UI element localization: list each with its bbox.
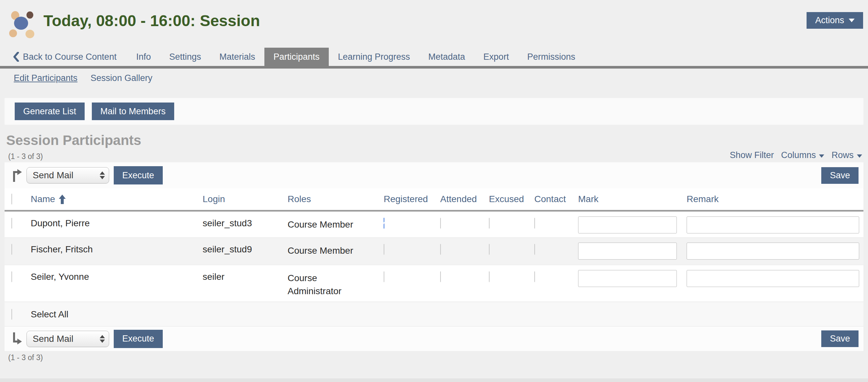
- chevron-left-icon: [13, 52, 19, 62]
- participant-login: seiler_stud9: [203, 244, 287, 255]
- select-all-header-checkbox[interactable]: [11, 194, 12, 204]
- tab-label: Participants: [274, 52, 320, 62]
- sort-ascending-arrow-up-icon[interactable]: [59, 195, 66, 204]
- back-to-course-content-link[interactable]: Back to Course Content: [13, 48, 117, 66]
- column-header-name[interactable]: Name: [31, 194, 55, 204]
- tab-label: Settings: [169, 52, 201, 62]
- mail-to-members-button[interactable]: Mail to Members: [92, 103, 174, 120]
- tab-label: Metadata: [429, 52, 465, 62]
- excused-checkbox[interactable]: [489, 271, 490, 282]
- participant-login: seiler_stud3: [203, 218, 287, 229]
- up-down-stepper-icon: [100, 335, 105, 343]
- subtab-edit-participants[interactable]: Edit Participants: [14, 73, 78, 83]
- arrow-up-right-icon: [11, 168, 23, 182]
- tab-bar: Back to Course Content Info Settings Mat…: [0, 48, 868, 69]
- logo-dot: [9, 29, 17, 37]
- tab-label: Permissions: [527, 52, 575, 62]
- session-logo-icon: [9, 11, 35, 37]
- row-select-checkbox[interactable]: [11, 271, 12, 282]
- row-select-checkbox[interactable]: [11, 244, 12, 255]
- execute-button-top[interactable]: Execute: [114, 166, 163, 184]
- rows-dropdown[interactable]: Rows: [831, 150, 862, 160]
- mark-input[interactable]: [578, 243, 677, 259]
- arrow-down-right-icon: [11, 332, 23, 346]
- column-header-excused[interactable]: Excused: [489, 194, 524, 204]
- attended-checkbox[interactable]: [440, 271, 441, 282]
- select-all-checkbox[interactable]: [11, 309, 12, 320]
- participant-name: Fischer, Fritsch: [31, 244, 203, 255]
- remark-input[interactable]: [687, 216, 859, 234]
- up-down-stepper-icon: [100, 171, 105, 179]
- column-header-contact[interactable]: Contact: [534, 194, 566, 204]
- column-header-registered[interactable]: Registered: [384, 194, 428, 204]
- registered-checkbox[interactable]: [384, 244, 384, 255]
- execute-button-bottom[interactable]: Execute: [114, 330, 163, 348]
- excused-checkbox[interactable]: [489, 218, 490, 229]
- column-header-login[interactable]: Login: [203, 194, 225, 204]
- tab-metadata[interactable]: Metadata: [419, 48, 474, 66]
- viewport-bottom-edge: [0, 378, 868, 382]
- column-header-roles[interactable]: Roles: [287, 194, 311, 204]
- contact-checkbox[interactable]: [534, 218, 535, 229]
- save-button-bottom[interactable]: Save: [821, 331, 859, 347]
- participant-roles: Course Administrator: [287, 272, 384, 298]
- bulk-action-select-top[interactable]: Send Mail: [27, 167, 109, 183]
- tab-settings[interactable]: Settings: [160, 48, 211, 66]
- logo-dot: [26, 30, 34, 38]
- generate-list-button[interactable]: Generate List: [15, 103, 85, 120]
- save-button-top[interactable]: Save: [821, 167, 859, 184]
- back-link-label: Back to Course Content: [23, 52, 117, 62]
- bulk-action-selected-option: Send Mail: [33, 334, 100, 344]
- caret-down-icon: [819, 154, 824, 158]
- subtab-session-gallery[interactable]: Session Gallery: [91, 73, 152, 83]
- select-all-row: Select All: [5, 302, 863, 326]
- registered-checkbox[interactable]: [384, 218, 384, 229]
- remark-input[interactable]: [687, 243, 859, 259]
- row-select-checkbox[interactable]: [11, 218, 12, 229]
- rows-label: Rows: [831, 150, 854, 160]
- tab-materials[interactable]: Materials: [210, 48, 265, 66]
- registered-checkbox[interactable]: [384, 271, 384, 282]
- logo-dot: [27, 11, 33, 19]
- bulk-action-selected-option: Send Mail: [33, 170, 100, 180]
- attended-checkbox[interactable]: [440, 244, 441, 255]
- sub-tab-bar: Edit Participants Session Gallery: [14, 73, 152, 83]
- result-range-top: (1 - 3 of 3): [8, 152, 43, 161]
- select-all-label: Select All: [31, 309, 203, 320]
- section-title: Session Participants: [6, 133, 141, 148]
- result-range-bottom: (1 - 3 of 3): [8, 353, 43, 362]
- tab-info[interactable]: Info: [127, 48, 160, 66]
- participant-name: Dupont, Pierre: [31, 218, 203, 229]
- attended-checkbox[interactable]: [440, 218, 441, 229]
- table-row: Fischer, Fritsch seiler_stud9 Course Mem…: [5, 237, 863, 265]
- tab-export[interactable]: Export: [474, 48, 518, 66]
- mark-input[interactable]: [578, 270, 677, 287]
- participant-login: seiler: [203, 272, 287, 282]
- show-filter-link[interactable]: Show Filter: [730, 150, 774, 160]
- column-header-remark[interactable]: Remark: [687, 194, 719, 204]
- excused-checkbox[interactable]: [489, 244, 490, 255]
- tab-permissions[interactable]: Permissions: [518, 48, 584, 66]
- columns-dropdown[interactable]: Columns: [781, 150, 825, 160]
- bulk-action-toolbar-top: Send Mail Execute Save: [5, 162, 863, 188]
- column-header-mark[interactable]: Mark: [578, 194, 598, 204]
- tab-participants[interactable]: Participants: [265, 48, 329, 66]
- participant-roles: Course Member: [287, 218, 384, 231]
- tab-learning-progress[interactable]: Learning Progress: [329, 48, 419, 66]
- remark-input[interactable]: [687, 270, 859, 287]
- page-toolbar: Generate List Mail to Members: [5, 98, 863, 125]
- contact-checkbox[interactable]: [534, 271, 535, 282]
- mark-input[interactable]: [578, 216, 677, 234]
- columns-label: Columns: [781, 150, 816, 160]
- tab-label: Learning Progress: [338, 52, 410, 62]
- caret-down-icon: [849, 19, 855, 22]
- contact-checkbox[interactable]: [534, 244, 535, 255]
- tab-label: Export: [483, 52, 509, 62]
- actions-button[interactable]: Actions: [807, 12, 863, 29]
- table-row: Seiler, Yvonne seiler Course Administrat…: [5, 265, 863, 302]
- tab-label: Info: [136, 52, 151, 62]
- bulk-action-toolbar-bottom: Send Mail Execute Save: [5, 326, 863, 351]
- column-header-attended[interactable]: Attended: [440, 194, 477, 204]
- participant-roles: Course Member: [287, 244, 384, 257]
- bulk-action-select-bottom[interactable]: Send Mail: [27, 331, 109, 347]
